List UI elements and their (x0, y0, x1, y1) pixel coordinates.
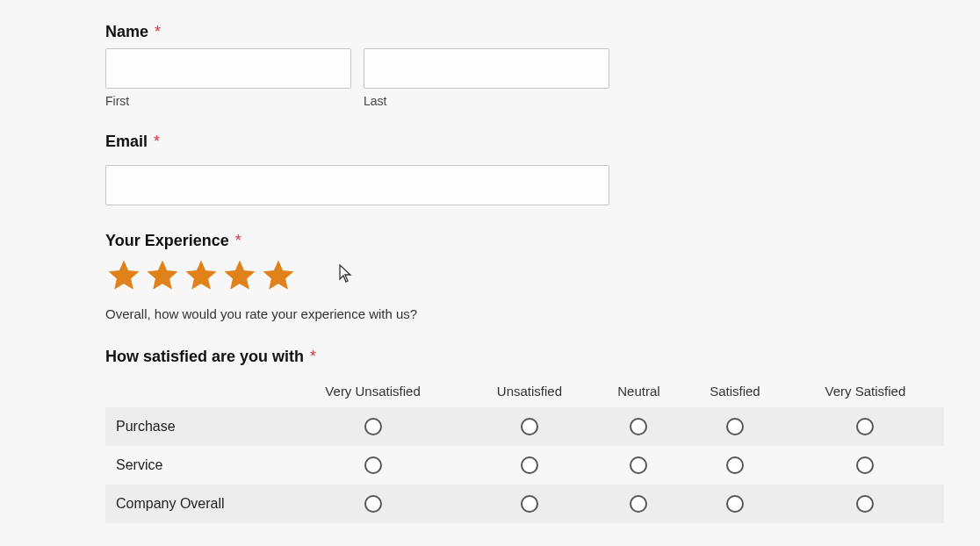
radio-option[interactable] (630, 495, 647, 513)
cursor-icon (339, 264, 353, 284)
table-row: Service (105, 446, 944, 485)
row-label: Purchase (105, 407, 281, 446)
radio-option[interactable] (856, 495, 874, 513)
table-row: Company Overall (105, 485, 944, 523)
name-label: Name * (105, 23, 892, 41)
satisfaction-table: Very Unsatisfied Unsatisfied Neutral Sat… (105, 375, 944, 523)
radio-option[interactable] (726, 418, 744, 435)
radio-option[interactable] (521, 495, 538, 513)
email-input[interactable] (105, 165, 609, 205)
first-name-input[interactable] (105, 48, 351, 89)
star-icon[interactable] (183, 257, 220, 294)
radio-option[interactable] (521, 456, 538, 474)
col-header: Very Unsatisfied (281, 375, 465, 407)
radio-option[interactable] (521, 418, 538, 435)
last-name-sublabel: Last (364, 94, 609, 108)
required-marker: * (154, 133, 160, 150)
col-header: Unsatisfied (465, 375, 594, 407)
col-header: Satisfied (683, 375, 787, 407)
satisfaction-label: How satisfied are you with * (105, 348, 892, 366)
required-marker: * (235, 232, 241, 249)
required-marker: * (155, 23, 161, 40)
radio-option[interactable] (630, 456, 647, 474)
col-header: Neutral (594, 375, 683, 407)
table-row: Purchase (105, 407, 944, 446)
star-icon[interactable] (144, 257, 181, 294)
radio-option[interactable] (630, 418, 647, 435)
last-name-input[interactable] (364, 48, 609, 89)
radio-option[interactable] (364, 456, 382, 474)
experience-label: Your Experience * (105, 232, 892, 250)
radio-option[interactable] (856, 456, 874, 474)
star-icon[interactable] (260, 257, 297, 294)
radio-option[interactable] (726, 456, 744, 474)
row-label: Company Overall (105, 485, 281, 523)
star-rating[interactable] (105, 257, 892, 294)
radio-option[interactable] (364, 495, 382, 513)
required-marker: * (310, 348, 316, 365)
radio-option[interactable] (856, 418, 874, 435)
experience-description: Overall, how would you rate your experie… (105, 306, 892, 321)
email-label: Email * (105, 133, 892, 151)
radio-option[interactable] (726, 495, 744, 513)
star-icon[interactable] (105, 257, 142, 294)
radio-option[interactable] (364, 418, 382, 435)
star-icon[interactable] (221, 257, 258, 294)
first-name-sublabel: First (105, 94, 351, 108)
col-header: Very Satisfied (787, 375, 944, 407)
row-label: Service (105, 446, 281, 485)
